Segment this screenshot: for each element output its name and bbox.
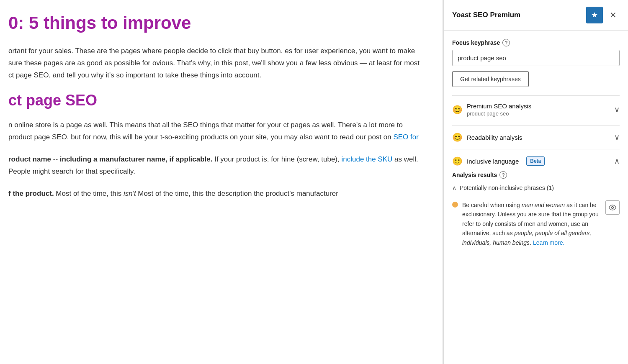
- inclusive-language-icon: 🙂: [452, 156, 463, 166]
- get-related-keyphrases-button[interactable]: Get related keyphrases: [452, 71, 529, 87]
- premium-seo-chevron: ∨: [614, 105, 620, 114]
- warning-italic-1: men and women: [522, 202, 565, 208]
- premium-seo-icon: 😊: [452, 105, 463, 115]
- inclusive-language-chevron: ∧: [614, 156, 620, 166]
- paragraph-2: n online store is a page as well. This m…: [8, 119, 426, 144]
- sidebar-title: Yoast SEO Premium: [452, 11, 586, 19]
- non-inclusive-phrases-label: Potentially non-inclusive phrases (1): [460, 185, 620, 191]
- premium-seo-label: Premium SEO analysis: [467, 103, 610, 110]
- star-button[interactable]: ★: [586, 7, 603, 23]
- warning-dot-icon: [452, 202, 458, 208]
- seo-for-link[interactable]: SEO for: [393, 133, 418, 141]
- paragraph-3: roduct name -- including a manufacturer …: [8, 154, 426, 178]
- paragraph-4: f the product. Most of the time, this is…: [8, 188, 426, 200]
- warning-text: Be careful when using men and women as i…: [462, 200, 601, 247]
- focus-keyphrase-help-icon[interactable]: ?: [502, 39, 510, 46]
- eye-button[interactable]: [605, 200, 620, 215]
- svg-point-0: [612, 207, 614, 209]
- analysis-results-label: Analysis results ?: [452, 171, 620, 179]
- main-content: 0: 5 things to improve ortant for your s…: [0, 0, 444, 364]
- paragraph-4-bold: f the product.: [8, 190, 54, 197]
- learn-more-link[interactable]: Learn more.: [533, 239, 564, 246]
- beta-badge: Beta: [526, 156, 545, 166]
- include-sku-link[interactable]: include the SKU: [341, 155, 392, 163]
- readability-icon: 😊: [452, 132, 463, 142]
- paragraph-1: ortant for your sales. These are the pag…: [8, 45, 426, 82]
- premium-seo-header[interactable]: 😊 Premium SEO analysis product page seo …: [452, 96, 620, 123]
- premium-seo-sublabel: product page seo: [467, 110, 610, 117]
- readability-label: Readability analysis: [467, 134, 610, 141]
- readability-header[interactable]: 😊 Readability analysis ∨: [452, 126, 620, 149]
- eye-icon: [609, 204, 616, 211]
- focus-keyphrase-label: Focus keyphrase ?: [452, 39, 620, 46]
- sidebar-header: Yoast SEO Premium ★ ✕: [444, 0, 628, 31]
- main-heading: 0: 5 things to improve: [8, 13, 426, 33]
- paragraph-3-bold: roduct name -- including a manufacturer …: [8, 155, 212, 163]
- focus-keyphrase-section: Focus keyphrase ? Get related keyphrases: [452, 39, 620, 87]
- inclusive-language-header[interactable]: 🙂 Inclusive language Beta ∧: [452, 149, 620, 171]
- paragraph-4-italic: isn't: [124, 190, 136, 197]
- yoast-sidebar: Yoast SEO Premium ★ ✕ Focus keyphrase ? …: [444, 0, 628, 364]
- analysis-results-help-icon[interactable]: ?: [499, 171, 507, 179]
- non-inclusive-chevron-up: ∧: [452, 185, 456, 191]
- warning-item: Be careful when using men and women as i…: [452, 200, 620, 247]
- sidebar-content: Focus keyphrase ? Get related keyphrases…: [444, 31, 628, 364]
- analysis-results-section: Analysis results ? ∧ Potentially non-inc…: [452, 171, 620, 254]
- non-inclusive-phrases-row[interactable]: ∧ Potentially non-inclusive phrases (1): [452, 185, 620, 195]
- readability-section: 😊 Readability analysis ∨: [452, 125, 620, 149]
- sub-heading: ct page SEO: [8, 92, 426, 109]
- focus-keyphrase-input[interactable]: [452, 50, 620, 66]
- readability-chevron: ∨: [614, 133, 620, 142]
- close-button[interactable]: ✕: [606, 8, 620, 22]
- inclusive-language-label: Inclusive language: [467, 158, 519, 165]
- premium-seo-section: 😊 Premium SEO analysis product page seo …: [452, 95, 620, 123]
